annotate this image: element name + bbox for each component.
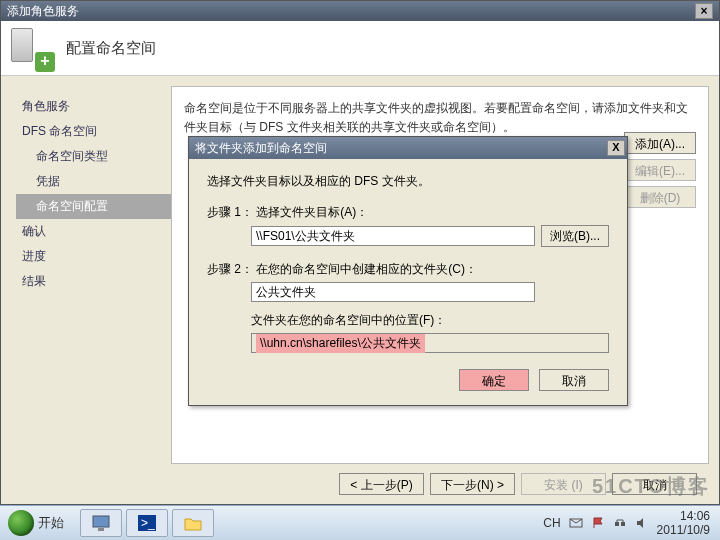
- sidebar-item-confirm[interactable]: 确认: [16, 219, 171, 244]
- start-orb-icon: [8, 510, 34, 536]
- location-value: \\uhn.cn\sharefiles\公共文件夹: [256, 334, 425, 353]
- description-text: 命名空间是位于不同服务器上的共享文件夹的虚拟视图。若要配置命名空间，请添加文件夹…: [184, 99, 696, 137]
- dialog-title: 将文件夹添加到命名空间: [195, 140, 327, 157]
- step-1: 步骤 1： 选择文件夹目标(A)： 浏览(B)...: [207, 204, 609, 247]
- dialog-titlebar: 将文件夹添加到命名空间 X: [189, 137, 627, 159]
- wizard-footer: < 上一步(P) 下一步(N) > 安装 (I) 取消: [1, 464, 719, 504]
- sidebar-item-progress[interactable]: 进度: [16, 244, 171, 269]
- svg-rect-1: [98, 528, 104, 531]
- dialog-close-button[interactable]: X: [607, 140, 625, 156]
- powershell-icon: >_: [137, 514, 157, 532]
- sidebar-item-dfs-namespace[interactable]: DFS 命名空间: [16, 119, 171, 144]
- tray-flag-icon[interactable]: [591, 516, 605, 530]
- start-button[interactable]: 开始: [2, 508, 76, 538]
- dialog-intro: 选择文件夹目标以及相应的 DFS 文件夹。: [207, 173, 609, 190]
- tray-sound-icon[interactable]: [635, 516, 649, 530]
- step-2: 步骤 2： 在您的命名空间中创建相应的文件夹(C)： 文件夹在您的命名空间中的位…: [207, 261, 609, 353]
- monitor-icon: [91, 514, 111, 532]
- wizard-sidebar: 角色服务 DFS 命名空间 命名空间类型 凭据 命名空间配置 确认 进度 结果: [1, 76, 171, 464]
- wizard-header: + 配置命名空间: [1, 21, 719, 76]
- svg-rect-0: [93, 516, 109, 527]
- tray-mail-icon[interactable]: [569, 516, 583, 530]
- next-button[interactable]: 下一步(N) >: [430, 473, 515, 495]
- sidebar-item-results[interactable]: 结果: [16, 269, 171, 294]
- sidebar-item-namespace-config[interactable]: 命名空间配置: [16, 194, 171, 219]
- svg-text:>_: >_: [141, 516, 155, 530]
- delete-button: 删除(D): [624, 186, 696, 208]
- clock-time: 14:06: [657, 509, 710, 523]
- start-label: 开始: [38, 514, 64, 532]
- namespace-folder-input[interactable]: [251, 282, 535, 302]
- page-title: 配置命名空间: [66, 39, 156, 58]
- sidebar-item-credentials[interactable]: 凭据: [16, 169, 171, 194]
- system-tray: CH 14:06 2011/10/9: [543, 509, 720, 538]
- install-button: 安装 (I): [521, 473, 606, 495]
- location-display: \\uhn.cn\sharefiles\公共文件夹: [251, 333, 609, 353]
- edit-button: 编辑(E)...: [624, 159, 696, 181]
- tray-network-icon[interactable]: [613, 516, 627, 530]
- window-titlebar: 添加角色服务 ×: [1, 1, 719, 21]
- svg-rect-5: [615, 522, 619, 526]
- content-action-buttons: 添加(A)... 编辑(E)... 删除(D): [624, 132, 696, 208]
- window-title: 添加角色服务: [7, 3, 79, 20]
- browse-button[interactable]: 浏览(B)...: [541, 225, 609, 247]
- dialog-body: 选择文件夹目标以及相应的 DFS 文件夹。 步骤 1： 选择文件夹目标(A)： …: [189, 159, 627, 405]
- lang-indicator[interactable]: CH: [543, 516, 560, 530]
- clock[interactable]: 14:06 2011/10/9: [657, 509, 710, 538]
- folder-icon: [183, 514, 203, 532]
- location-label: 文件夹在您的命名空间中的位置(F)：: [207, 312, 609, 329]
- add-button[interactable]: 添加(A)...: [624, 132, 696, 154]
- taskbar-item-powershell[interactable]: >_: [126, 509, 168, 537]
- cancel-button[interactable]: 取消: [612, 473, 697, 495]
- dialog-cancel-button[interactable]: 取消: [539, 369, 609, 391]
- server-role-icon: +: [11, 28, 51, 68]
- folder-target-input[interactable]: [251, 226, 535, 246]
- dialog-buttons: 确定 取消: [207, 369, 609, 391]
- sidebar-item-namespace-type[interactable]: 命名空间类型: [16, 144, 171, 169]
- taskbar-item-server-manager[interactable]: [80, 509, 122, 537]
- step2-label: 步骤 2： 在您的命名空间中创建相应的文件夹(C)：: [207, 261, 609, 278]
- svg-rect-6: [621, 522, 625, 526]
- taskbar: 开始 >_ CH 14:06 2011/10/9: [0, 505, 720, 540]
- add-folder-dialog: 将文件夹添加到命名空间 X 选择文件夹目标以及相应的 DFS 文件夹。 步骤 1…: [188, 136, 628, 406]
- ok-button[interactable]: 确定: [459, 369, 529, 391]
- window-close-button[interactable]: ×: [695, 3, 713, 19]
- taskbar-item-explorer[interactable]: [172, 509, 214, 537]
- sidebar-item-role-services[interactable]: 角色服务: [16, 94, 171, 119]
- clock-date: 2011/10/9: [657, 523, 710, 537]
- step1-label: 步骤 1： 选择文件夹目标(A)：: [207, 204, 609, 221]
- prev-button[interactable]: < 上一步(P): [339, 473, 424, 495]
